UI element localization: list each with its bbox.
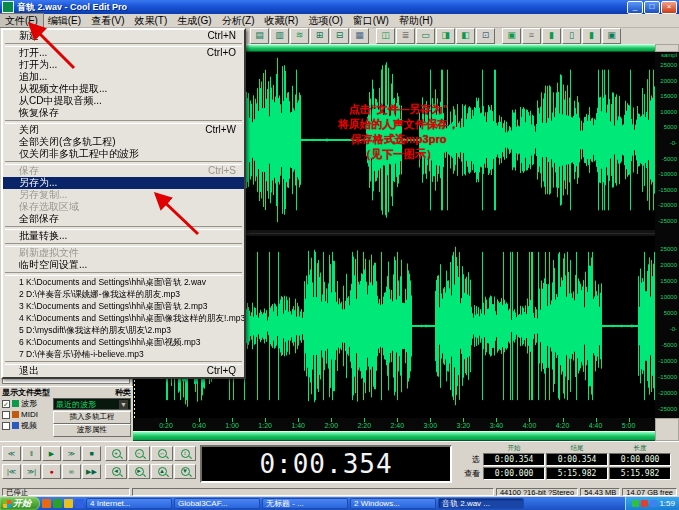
amplitude-label: 25000 [660,62,677,68]
toolbar-button[interactable]: ⊡ [476,28,495,44]
transport-button[interactable]: ▶▶ [82,464,101,479]
toolbar-button[interactable]: ◨ [436,28,455,44]
toolbar-button[interactable]: ▤ [250,28,269,44]
toolbar-button[interactable]: ▮ [582,28,601,44]
transport-button[interactable]: ‖ [22,446,41,461]
file-menu-recent-file[interactable]: 3 K:\Documents and Settings\hhi\桌面\音轨 2.… [3,300,244,312]
file-panel-button[interactable]: 插入多轨工程 [53,411,131,424]
amplitude-label: -20000 [658,390,677,396]
menubar-item-file[interactable]: 文件(F) [0,14,43,27]
zoom-button[interactable]: ► [128,464,150,479]
tray-icon[interactable] [641,500,648,507]
file-menu-item[interactable]: 从CD中提取音频... [3,95,244,107]
file-menu-item[interactable]: 刷新虚拟文件 [3,247,244,259]
transport-button[interactable]: ≪ [2,446,21,461]
toolbar-button[interactable]: ▣ [602,28,621,44]
zoom-button[interactable]: + [105,446,127,461]
menubar-item-edit[interactable]: 编辑(E) [43,14,86,27]
file-menu-item-save-as[interactable]: 另存为... [3,177,244,189]
filetype-checkbox[interactable]: ✓ [2,400,10,408]
minimize-button[interactable]: _ [627,1,643,14]
toolbar-button[interactable]: ≣ [396,28,415,44]
file-menu-item[interactable]: 另存复制... [3,189,244,201]
file-menu-recent-file[interactable]: 1 K:\Documents and Settings\hhi\桌面\音轨 2.… [3,276,244,288]
start-button[interactable]: 开始 [0,497,40,510]
toolbar-button[interactable]: ▣ [502,28,521,44]
amplitude-ruler[interactable]: sampl 2500025000200002000015000150001000… [655,52,679,418]
quick-launch-icon[interactable] [64,499,73,508]
timeline-ruler[interactable]: 0:200:401:001:201:402:002:202:403:003:20… [133,418,655,431]
toolbar-button[interactable]: ▯ [562,28,581,44]
zoom-button[interactable]: ◄ [105,464,127,479]
file-menu-item[interactable]: 追加... [3,71,244,83]
filetype-checkbox[interactable] [2,411,10,419]
quick-launch-icon[interactable] [53,499,62,508]
file-menu-item[interactable]: 关闭Ctrl+W [3,124,244,136]
zoom-button[interactable]: ▲ [151,464,173,479]
sort-dropdown[interactable]: 最近的波形 ▼ [53,398,131,410]
file-menu-recent-file[interactable]: 7 D:\伴奏音乐\孙楠-i-believe.mp3 [3,348,244,360]
toolbar-button[interactable]: ▭ [416,28,435,44]
transport-button[interactable]: ● [42,464,61,479]
file-menu-item[interactable]: 从视频文件中提取... [3,83,244,95]
filetype-checkbox[interactable] [2,422,10,430]
taskbar-button[interactable]: 4 Internet... [86,498,172,509]
quick-launch-icon[interactable] [42,499,51,508]
toolbar-button[interactable]: ◫ [376,28,395,44]
menu-separator [3,160,244,165]
close-button[interactable]: × [661,1,677,14]
menubar-item-favorites[interactable]: 收藏(R) [259,14,303,27]
zoom-button[interactable]: ↔ [151,446,173,461]
toolbar-button[interactable]: ≋ [290,28,309,44]
transport-button[interactable]: ∞ [62,464,81,479]
taskbar-button[interactable]: 2 Windows... [350,498,436,509]
file-menu-item[interactable]: 保存Ctrl+S [3,165,244,177]
file-menu-item[interactable]: 打开为... [3,59,244,71]
menubar-item-help[interactable]: 帮助(H) [394,14,438,27]
toolbar-button[interactable]: ◧ [456,28,475,44]
menubar-item-analyze[interactable]: 分析(Z) [217,14,260,27]
toolbar-button[interactable]: ▥ [270,28,289,44]
taskbar-button[interactable]: 音轨 2.wav ... [438,498,524,509]
toolbar-button[interactable]: ⊟ [330,28,349,44]
toolbar-button[interactable]: ▮ [542,28,561,44]
file-menu-recent-file[interactable]: 5 D:\mysdift\像我这样的朋友\朋友\2.mp3 [3,324,244,336]
zoom-button[interactable]: ↕ [174,446,196,461]
horizontal-scrollbar[interactable] [133,431,655,441]
zoom-button[interactable]: ▼ [174,464,196,479]
toolbar-button[interactable]: ⊞ [310,28,329,44]
taskbar-button[interactable]: 无标题 - ... [262,498,348,509]
file-menu-item[interactable]: 批量转换... [3,230,244,242]
file-menu-recent-file[interactable]: 6 K:\Documents and Settings\hhi\桌面\视频.mp… [3,336,244,348]
quick-launch-icon[interactable] [75,499,84,508]
menubar-item-effects[interactable]: 效果(T) [129,14,172,27]
file-menu-item[interactable]: 全部保存 [3,213,244,225]
file-menu-item[interactable]: 恢复保存 [3,107,244,119]
transport-button[interactable]: ▶ [42,446,61,461]
tray-icon[interactable] [632,500,639,507]
file-menu-item[interactable]: 仅关闭非多轨工程中的波形 [3,148,244,160]
file-menu-item[interactable]: 退出Ctrl+Q [3,365,244,377]
menubar-item-window[interactable]: 窗口(W) [348,14,394,27]
file-menu-recent-file[interactable]: 4 K:\Documents and Settings\hhi\桌面\像我这样的… [3,312,244,324]
file-menu-item[interactable]: 全部关闭(含多轨工程) [3,136,244,148]
maximize-button[interactable]: □ [644,1,660,14]
transport-button[interactable]: ■ [82,446,101,461]
file-menu-item[interactable]: 打开...Ctrl+O [3,47,244,59]
file-panel-button[interactable]: 波形属性 [53,424,131,437]
file-menu-item[interactable]: 临时空间设置... [3,259,244,271]
file-menu-recent-file[interactable]: 2 D:\伴奏音乐\课姚娜-像我这样的朋友.mp3 [3,288,244,300]
zoom-button[interactable]: − [128,446,150,461]
transport-button[interactable]: ≫| [22,464,41,479]
file-menu-item[interactable]: 保存选取区域 [3,201,244,213]
tray-icon[interactable] [650,500,657,507]
transport-button[interactable]: ≫ [62,446,81,461]
taskbar-button[interactable]: Global3CAF... [174,498,260,509]
toolbar-button[interactable]: ▦ [350,28,369,44]
transport-button[interactable]: |≪ [2,464,21,479]
file-menu-item[interactable]: 新建Ctrl+N [3,30,244,42]
menubar-item-generate[interactable]: 生成(G) [172,14,216,27]
menubar-item-view[interactable]: 查看(V) [86,14,129,27]
toolbar-button[interactable]: ≡ [522,28,541,44]
menubar-item-options[interactable]: 选项(O) [303,14,347,27]
